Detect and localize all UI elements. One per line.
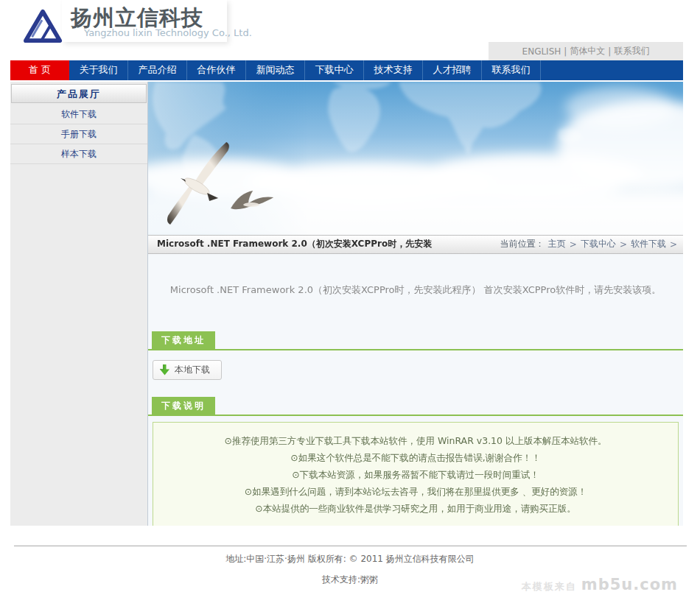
sidebar-item-manual-download[interactable]: 手册下载 [10,124,147,144]
note-line: ⊙如果这个软件总是不能下载的请点击报告错误,谢谢合作！！ [159,449,672,466]
note-line: ⊙推荐使用第三方专业下载工具下载本站软件，使用 WinRAR v3.10 以上版… [159,432,672,449]
note-line: ⊙如果遇到什么问题，请到本站论坛去咨寻，我们将在那里提供更多 、更好的资源！ [159,483,672,500]
nav-filler [541,60,683,80]
content: 产品展厅 软件下载 手册下载 样本下载 [10,82,683,527]
main-column: Microsoft .NET Framework 2.0（初次安装XCPPro时… [148,82,683,527]
footer: 地址:中国·江苏·扬州 版权所有: © 2011 扬州立信科技有限公司 技术支持… [0,526,700,603]
header: 扬州立信科技 Yangzhou lixin Technology Co., Lt… [10,0,683,60]
download-notes-section-header: 下载说明 [148,397,683,416]
template-watermark: 本模板来自 mb5u.com [522,576,678,593]
nav-tab-home[interactable]: 首 页 [10,60,69,80]
download-row: 本地下载 [148,350,683,382]
download-arrow-icon [160,364,169,375]
breadcrumb-separator: > [620,239,627,250]
nav-tab-support[interactable]: 技术支持 [364,60,423,80]
breadcrumb: 当前位置： 主页 > 下载中心 > 软件下载 > [500,238,683,250]
download-address-section-title: 下载地址 [152,331,215,349]
logo-text: 扬州立信科技 Yangzhou lixin Technology Co., Lt… [71,5,252,38]
article-title: Microsoft .NET Framework 2.0（初次安装XCPPro时… [148,238,432,250]
download-address-section-header: 下载地址 [148,331,683,350]
main-nav: 首 页 关于我们 产品介绍 合作伙伴 新闻动态 下载中心 技术支持 人才招聘 联… [10,60,683,80]
note-line: ⊙本站提供的一些商业软件是供学习研究之用，如用于商业用途，请购买正版。 [159,500,672,517]
language-bar: ENGLISH | 简体中文 | 联系我们 [489,42,683,60]
logo[interactable]: 扬州立信科技 Yangzhou lixin Technology Co., Lt… [22,5,252,43]
nav-tab-partners[interactable]: 合作伙伴 [187,60,246,80]
company-logo-icon [22,5,65,43]
nav-tab-jobs[interactable]: 人才招聘 [423,60,482,80]
nav-tab-download[interactable]: 下载中心 [305,60,364,80]
sidebar-title: 产品展厅 [11,84,147,103]
article-description: Microsoft .NET Framework 2.0（初次安装XCPPro时… [148,254,683,331]
lang-separator: | [564,46,567,57]
nav-tab-products[interactable]: 产品介绍 [128,60,187,80]
lang-simplified-chinese-link[interactable]: 简体中文 [570,45,605,57]
article-titlebar: Microsoft .NET Framework 2.0（初次安装XCPPro时… [148,235,683,254]
nav-tab-news[interactable]: 新闻动态 [246,60,305,80]
breadcrumb-download-center[interactable]: 下载中心 [581,238,616,250]
watermark-brand: mb5u.com [581,576,678,593]
local-download-label: 本地下载 [175,364,210,376]
download-notes-box: ⊙推荐使用第三方专业下载工具下载本站软件，使用 WinRAR v3.10 以上版… [153,422,679,527]
company-name-en: Yangzhou lixin Technology Co., Ltd. [84,27,252,38]
breadcrumb-software-download[interactable]: 软件下载 [631,238,666,250]
sidebar-item-software-download[interactable]: 软件下载 [10,105,147,124]
page-container: 扬州立信科技 Yangzhou lixin Technology Co., Lt… [10,0,683,527]
note-line: ⊙下载本站资源，如果服务器暂不能下载请过一段时间重试！ [159,466,672,483]
breadcrumb-home[interactable]: 主页 [548,238,566,250]
watermark-prefix: 本模板来自 [522,580,577,593]
banner-image [148,82,683,235]
company-name: 扬州立信科技 [71,7,252,29]
download-notes-section-title: 下载说明 [152,397,215,415]
nav-tab-contact[interactable]: 联系我们 [482,60,541,80]
lang-separator: | [608,46,611,57]
local-download-button[interactable]: 本地下载 [153,360,222,380]
breadcrumb-separator: > [670,239,677,250]
breadcrumb-label: 当前位置： [500,238,545,250]
footer-divider [14,546,687,546]
breadcrumb-separator: > [570,239,577,250]
nav-tab-about[interactable]: 关于我们 [69,60,128,80]
footer-copyright: 地址:中国·江苏·扬州 版权所有: © 2011 扬州立信科技有限公司 [0,553,700,565]
lang-english-link[interactable]: ENGLISH [522,46,561,57]
sidebar-item-sample-download[interactable]: 样本下载 [10,144,147,164]
sidebar: 产品展厅 软件下载 手册下载 样本下载 [10,82,148,527]
contact-us-link[interactable]: 联系我们 [614,45,649,57]
banner-sky-graphic [148,82,683,235]
